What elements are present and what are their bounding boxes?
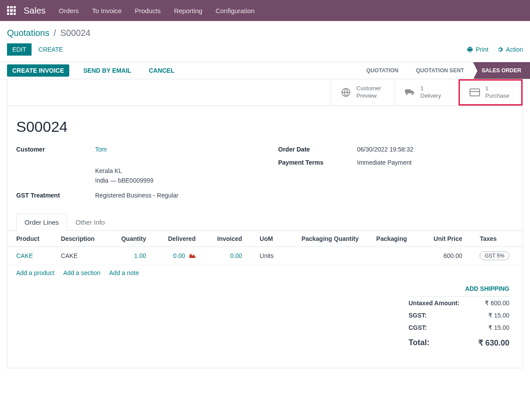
action-button[interactable]: Action xyxy=(497,46,523,53)
total-label: Total: xyxy=(409,338,430,348)
th-uom[interactable]: UoM xyxy=(251,231,285,247)
breadcrumb-sep: / xyxy=(53,28,56,38)
brand-label[interactable]: Sales xyxy=(24,6,46,16)
print-icon xyxy=(467,46,473,53)
cell-tax-badge[interactable]: GST 5% xyxy=(480,251,509,260)
truck-icon xyxy=(405,87,415,98)
customer-name-link[interactable]: Tom xyxy=(95,146,107,153)
th-delivered[interactable]: Delivered xyxy=(155,231,204,247)
breadcrumb: Quotations / S00024 xyxy=(7,28,90,38)
print-label: Print xyxy=(476,46,488,53)
tab-order-lines[interactable]: Order Lines xyxy=(16,214,67,231)
th-packaging[interactable]: Packaging xyxy=(367,231,420,247)
action-row: EDIT CREATE Print Action xyxy=(0,38,530,62)
untaxed-label: Untaxed Amount: xyxy=(409,300,459,307)
totals-block: ADD SHIPPING Untaxed Amount: ₹ 600.00 SG… xyxy=(7,285,523,350)
stat-button-row: Customer Preview 1 Delivery 1 Purchase xyxy=(7,79,523,106)
purchase-button[interactable]: 1 Purchase xyxy=(459,79,523,106)
add-shipping-button[interactable]: ADD SHIPPING xyxy=(409,285,509,297)
customer-label: Customer xyxy=(16,146,95,153)
globe-icon xyxy=(341,87,351,98)
status-quotation-sent[interactable]: QUOTATION SENT xyxy=(407,62,473,79)
status-bar: CREATE INVOICE SEND BY EMAIL CANCEL QUOT… xyxy=(0,62,530,79)
nav-reporting[interactable]: Reporting xyxy=(174,7,203,14)
customer-preview-button[interactable]: Customer Preview xyxy=(331,79,395,106)
forecast-chart-icon[interactable] xyxy=(189,252,196,259)
sgst-label: SGST: xyxy=(409,312,427,319)
purchase-count: 1 xyxy=(485,85,509,92)
gst-value: Registered Business - Regular xyxy=(95,192,252,199)
cgst-value: ₹ 15.00 xyxy=(488,324,509,331)
edit-button[interactable]: EDIT xyxy=(7,43,32,56)
cgst-label: CGST: xyxy=(409,324,427,331)
th-taxes[interactable]: Taxes xyxy=(471,231,523,247)
table-row[interactable]: CAKE CAKE 1.00 0.00 0.00 Units 600.00 GS… xyxy=(7,247,523,265)
nav-configuration[interactable]: Configuration xyxy=(216,7,255,14)
delivery-label: Delivery xyxy=(420,92,441,100)
delivery-button[interactable]: 1 Delivery xyxy=(395,79,459,106)
action-label: Action xyxy=(506,46,523,53)
breadcrumb-row: Quotations / S00024 xyxy=(0,21,530,38)
gear-icon xyxy=(497,46,503,53)
order-date-label: Order Date xyxy=(278,146,357,153)
total-value: ₹ 630.00 xyxy=(478,338,509,348)
top-nav: Sales Orders To Invoice Products Reporti… xyxy=(0,0,530,21)
th-pack-qty[interactable]: Packaging Quantity xyxy=(285,231,367,247)
payment-terms-value: Immediate Payment xyxy=(357,159,514,166)
cancel-button[interactable]: CANCEL xyxy=(145,65,178,76)
fields-grid: Customer Tom Kerala KL India — bBE000999… xyxy=(7,146,523,214)
create-invoice-button[interactable]: CREATE INVOICE xyxy=(7,64,69,77)
order-lines-table: Product Description Quantity Delivered I… xyxy=(7,231,523,285)
nav-to-invoice[interactable]: To Invoice xyxy=(92,7,122,14)
cell-invoiced[interactable]: 0.00 xyxy=(230,252,242,259)
nav-products[interactable]: Products xyxy=(135,7,160,14)
breadcrumb-current: S00024 xyxy=(60,28,90,38)
send-by-email-button[interactable]: SEND BY EMAIL xyxy=(80,65,135,76)
th-invoiced[interactable]: Invoiced xyxy=(204,231,251,247)
breadcrumb-root[interactable]: Quotations xyxy=(7,28,50,38)
cell-packaging xyxy=(367,247,420,265)
sgst-value: ₹ 15.00 xyxy=(488,312,509,319)
nav-orders[interactable]: Orders xyxy=(59,7,79,14)
customer-preview-l1: Customer xyxy=(356,85,381,92)
document-title: S00024 xyxy=(7,106,523,146)
cell-delivered[interactable]: 0.00 xyxy=(173,252,185,259)
form-sheet: Customer Preview 1 Delivery 1 Purchase S… xyxy=(7,79,523,368)
add-section-link[interactable]: Add a section xyxy=(63,269,100,276)
add-note-link[interactable]: Add a note xyxy=(109,269,139,276)
untaxed-value: ₹ 600.00 xyxy=(485,300,509,307)
order-date-value: 06/30/2022 19:58:32 xyxy=(357,146,514,153)
customer-preview-l2: Preview xyxy=(356,92,381,100)
create-button[interactable]: CREATE xyxy=(33,43,68,56)
print-button[interactable]: Print xyxy=(467,46,488,53)
cell-quantity[interactable]: 1.00 xyxy=(134,252,146,259)
cell-unit-price: 600.00 xyxy=(420,247,471,265)
credit-card-icon xyxy=(470,87,480,98)
add-product-link[interactable]: Add a product xyxy=(16,269,54,276)
th-quantity[interactable]: Quantity xyxy=(108,231,155,247)
payment-terms-label: Payment Terms xyxy=(278,159,357,166)
th-product[interactable]: Product xyxy=(7,231,52,247)
purchase-label: Purchase xyxy=(485,92,509,100)
tabs: Order Lines Other Info xyxy=(7,214,523,231)
customer-addr1: Kerala KL xyxy=(95,166,252,176)
apps-icon[interactable] xyxy=(7,6,16,15)
status-sales-order[interactable]: SALES ORDER xyxy=(473,62,530,79)
gst-label: GST Treatment xyxy=(16,192,95,199)
status-quotation[interactable]: QUOTATION xyxy=(358,62,407,79)
cell-uom: Units xyxy=(251,247,285,265)
th-description[interactable]: Description xyxy=(52,231,108,247)
cell-pack-qty xyxy=(285,247,367,265)
th-unit-price[interactable]: Unit Price xyxy=(420,231,471,247)
delivery-count: 1 xyxy=(420,85,441,92)
tab-other-info[interactable]: Other Info xyxy=(67,214,113,230)
cell-product[interactable]: CAKE xyxy=(16,252,33,259)
svg-rect-1 xyxy=(470,89,480,96)
customer-addr2: India — bBE0009999 xyxy=(95,176,252,185)
cell-description: CAKE xyxy=(52,247,108,265)
